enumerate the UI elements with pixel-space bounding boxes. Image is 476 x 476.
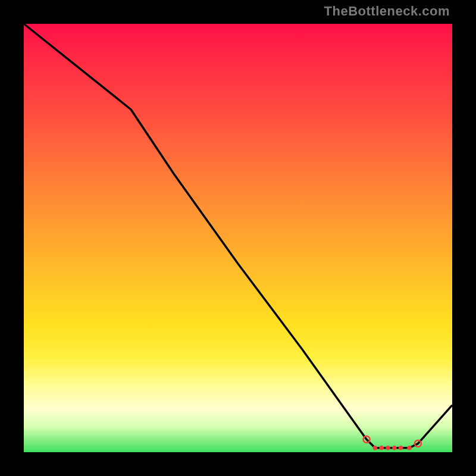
marker-dot bbox=[392, 446, 397, 450]
chart-frame: TheBottleneck.com bbox=[0, 0, 476, 476]
marker-dot bbox=[407, 446, 412, 450]
chart-svg bbox=[24, 24, 452, 452]
marker-dot bbox=[373, 446, 378, 450]
marker-dot bbox=[379, 446, 384, 450]
watermark-text: TheBottleneck.com bbox=[324, 4, 450, 19]
optimal-range-markers bbox=[364, 436, 421, 450]
marker-dot bbox=[386, 446, 390, 450]
plot-area bbox=[24, 24, 452, 452]
marker-dot bbox=[399, 446, 403, 450]
bottleneck-curve bbox=[24, 24, 452, 448]
